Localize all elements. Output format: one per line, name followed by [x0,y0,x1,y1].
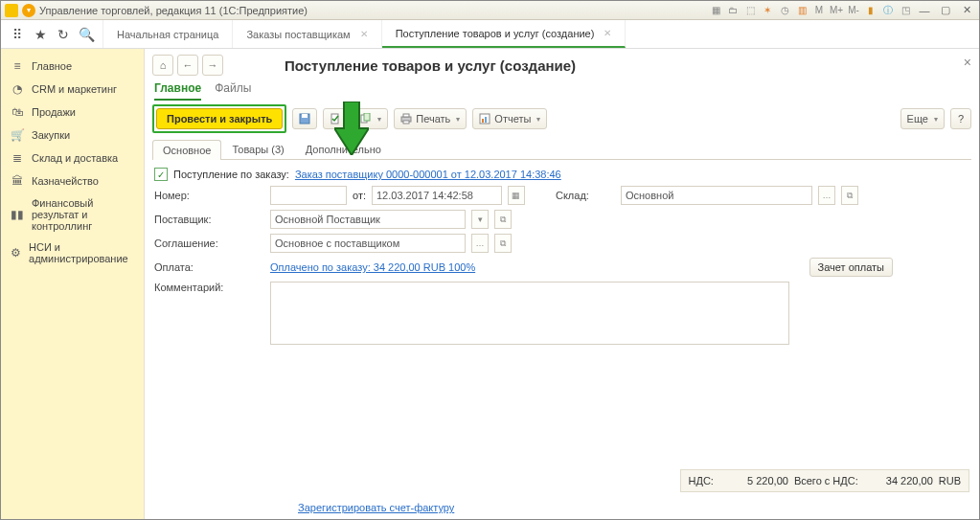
titlebar-tool-icon[interactable]: ◳ [899,4,912,17]
close-icon[interactable]: ✕ [360,29,368,39]
warehouse-label: Склад: [556,190,615,201]
save-button[interactable] [292,108,317,129]
titlebar-calc-icon[interactable]: ▥ [795,4,809,17]
sidebar-item-warehouse[interactable]: ≣Склад и доставка [1,147,144,170]
warehouse-input[interactable] [621,186,812,205]
more-button[interactable]: Еще [900,108,945,129]
titlebar-info-icon[interactable]: ⓘ [881,4,895,17]
sidebar-item-admin[interactable]: ⚙НСИ и администрирование [1,237,144,269]
sidebar-item-label: Финансовый результат и контроллинг [32,197,134,232]
sidebar-item-treasury[interactable]: 🏛Казначейство [1,170,144,192]
currency-label: RUB [939,475,961,486]
tab-start-page[interactable]: Начальная страница [103,20,233,48]
top-nav-icons: ⠿ ★ ↻ 🔍 [1,20,103,48]
pie-icon: ◔ [11,82,24,96]
reports-label: Отчеты [494,113,531,124]
agreement-select-button[interactable]: … [471,234,489,253]
close-page-button[interactable]: × [964,55,971,70]
titlebar-star-icon[interactable]: ✶ [761,4,774,17]
subtab-extra[interactable]: Дополнительно [295,139,392,159]
sidebar-item-crm[interactable]: ◔CRM и маркетинг [1,78,144,101]
sidebar-item-finance[interactable]: ▮▮Финансовый результат и контроллинг [1,192,144,237]
subtab-main[interactable]: Основное [152,140,221,160]
row-supplier: Поставщик: ▾ ⧉ [154,210,969,229]
forward-button[interactable]: → [202,55,223,76]
titlebar-dropdown-icon[interactable]: ▾ [22,4,35,17]
print-button[interactable]: Печать [394,108,467,129]
tab-goods-receipt[interactable]: Поступление товаров и услуг (создание) ✕ [382,20,627,48]
calendar-button[interactable]: ▦ [508,186,525,205]
titlebar-title: Управление торговлей, редакция 11 (1С:Пр… [39,5,308,16]
svg-rect-1 [302,114,308,118]
register-invoice-link[interactable]: Зарегистрировать счет-фактуру [298,502,454,513]
back-button[interactable]: ← [177,55,198,76]
m-button[interactable]: M [812,4,826,17]
sidebar-item-label: Закупки [32,129,70,141]
titlebar-grid-icon[interactable]: ▦ [709,4,722,17]
apps-icon[interactable]: ⠿ [9,26,26,43]
search-icon[interactable]: 🔍 [78,26,95,43]
order-label: Поступление по заказу: [173,169,289,180]
warehouse-select-button[interactable]: … [818,186,835,205]
close-icon[interactable]: ✕ [604,28,611,38]
post-button[interactable] [323,108,348,129]
help-button[interactable]: ? [950,108,971,129]
star-icon[interactable]: ★ [32,26,49,43]
order-checkbox[interactable]: ✓ [154,168,168,181]
agreement-input[interactable] [270,234,466,253]
window-maximize-button[interactable]: ▢ [937,4,954,17]
printer-icon [400,113,412,124]
supplier-dropdown-button[interactable]: ▾ [471,210,489,229]
titlebar-book-icon[interactable]: ▮ [864,4,877,17]
history-icon[interactable]: ↻ [55,26,72,43]
menu-icon: ≡ [11,59,24,73]
sidebar-item-label: Продажи [32,106,76,118]
payment-link[interactable]: Оплачено по заказу: 34 220,00 RUB 100% [270,261,475,273]
reports-button[interactable]: Отчеты [472,108,547,129]
date-input[interactable] [372,186,502,205]
post-and-close-button[interactable]: Провести и закрыть [156,108,283,129]
titlebar-right: ▦ 🗀 ⬚ ✶ ◷ ▥ M M+ M- ▮ ⓘ ◳ — ▢ ✕ [709,4,975,17]
sidebar-item-purchases[interactable]: 🛒Закупки [1,124,144,147]
window-close-button[interactable]: ✕ [958,4,975,17]
titlebar-fav-icon[interactable]: ⬚ [743,4,757,17]
view-tab-main[interactable]: Главное [154,81,201,101]
window-minimize-button[interactable]: — [916,4,933,17]
order-link[interactable]: Заказ поставщику 0000-000001 от 12.03.20… [295,169,561,180]
home-button[interactable]: ⌂ [152,55,173,76]
subtab-goods[interactable]: Товары (3) [221,139,294,159]
totals-footer: НДС: 5 220,00 Всего с НДС: 34 220,00 RUB [680,469,970,492]
m-plus-button[interactable]: M+ [830,4,843,17]
supplier-open-button[interactable]: ⧉ [494,210,512,229]
nds-label: НДС: [689,475,714,486]
doc-tick-icon [330,113,341,124]
total-label: Всего с НДС: [794,475,858,486]
payment-label: Оплата: [154,261,264,273]
page-header: ⌂ ← → Поступление товаров и услуг (созда… [152,55,971,76]
offset-payment-button[interactable]: Зачет оплаты [809,258,893,277]
warehouse-open-button[interactable]: ⧉ [841,186,858,205]
tab-label: Заказы поставщикам [246,29,350,40]
m-minus-button[interactable]: M- [847,4,860,17]
row-order: ✓ Поступление по заказу: Заказ поставщик… [154,168,969,181]
svg-rect-10 [485,117,487,123]
top-nav: ⠿ ★ ↻ 🔍 Начальная страница Заказы постав… [1,20,979,49]
agreement-open-button[interactable]: ⧉ [494,234,512,253]
bank-icon: 🏛 [11,174,24,188]
comment-input[interactable] [270,282,789,345]
create-based-on-button[interactable] [353,108,388,129]
subtabs: Основное Товары (3) Дополнительно [152,139,971,160]
print-label: Печать [416,113,450,124]
sidebar-item-main[interactable]: ≡Главное [1,55,144,78]
titlebar-folder-icon[interactable]: 🗀 [726,4,740,17]
tab-label: Начальная страница [117,29,218,40]
docs-icon [360,113,372,124]
tab-supplier-orders[interactable]: Заказы поставщикам ✕ [233,20,381,48]
number-input[interactable] [270,186,347,205]
titlebar-clock-icon[interactable]: ◷ [778,4,791,17]
view-tab-files[interactable]: Файлы [215,81,251,101]
sidebar-item-sales[interactable]: 🛍Продажи [1,101,144,124]
supplier-input[interactable] [270,210,466,229]
svg-rect-9 [482,119,484,123]
row-comment: Комментарий: [154,282,969,345]
